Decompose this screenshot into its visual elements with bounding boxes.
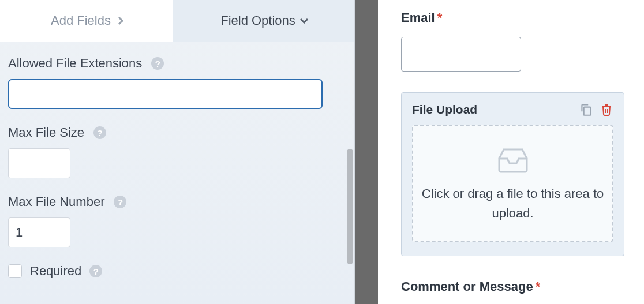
help-icon[interactable]: ? xyxy=(89,265,102,277)
allowed-extensions-field: Allowed File Extensions ? xyxy=(8,56,346,109)
comment-label: Comment or Message xyxy=(401,279,533,294)
svg-rect-0 xyxy=(584,107,591,115)
form-preview-panel: Email* File Upload xyxy=(378,0,644,304)
max-file-size-input[interactable] xyxy=(8,148,70,178)
help-icon[interactable]: ? xyxy=(93,126,106,139)
max-file-number-input[interactable] xyxy=(8,217,70,247)
email-field-block: Email* xyxy=(401,10,624,72)
max-file-number-field: Max File Number ? xyxy=(8,194,346,247)
max-file-number-label: Max File Number xyxy=(8,194,104,209)
tab-add-fields-label: Add Fields xyxy=(51,13,111,28)
inbox-icon xyxy=(496,146,530,174)
tab-add-fields[interactable]: Add Fields xyxy=(0,0,173,42)
duplicate-icon[interactable] xyxy=(579,102,594,117)
required-field: Required ? xyxy=(8,264,346,279)
required-asterisk: * xyxy=(437,10,443,25)
tab-field-options-label: Field Options xyxy=(220,13,295,28)
required-asterisk: * xyxy=(536,279,541,294)
help-icon[interactable]: ? xyxy=(114,196,126,208)
email-input[interactable] xyxy=(401,37,521,72)
chevron-right-icon xyxy=(115,17,123,25)
file-upload-field-block[interactable]: File Upload xyxy=(401,92,624,256)
panel-divider xyxy=(355,0,378,304)
chevron-down-icon xyxy=(300,16,308,24)
scrollbar-thumb[interactable] xyxy=(347,149,353,264)
max-file-size-field: Max File Size ? xyxy=(8,125,346,178)
required-checkbox[interactable] xyxy=(8,264,22,278)
file-upload-label: File Upload xyxy=(412,103,477,117)
max-file-size-label: Max File Size xyxy=(8,125,84,140)
trash-icon[interactable] xyxy=(600,102,613,117)
email-label: Email xyxy=(401,10,435,25)
dropzone-text: Click or drag a file to this area to upl… xyxy=(421,184,604,223)
required-label: Required xyxy=(30,264,81,279)
file-dropzone[interactable]: Click or drag a file to this area to upl… xyxy=(412,125,613,242)
allowed-extensions-label: Allowed File Extensions xyxy=(8,56,142,71)
tab-field-options[interactable]: Field Options xyxy=(173,0,354,42)
help-icon[interactable]: ? xyxy=(151,57,164,70)
panel-tabs: Add Fields Field Options xyxy=(0,0,354,42)
field-options-panel: Add Fields Field Options Allowed File Ex… xyxy=(0,0,355,304)
comment-field-block: Comment or Message* xyxy=(401,279,624,294)
allowed-extensions-input[interactable] xyxy=(8,79,323,109)
